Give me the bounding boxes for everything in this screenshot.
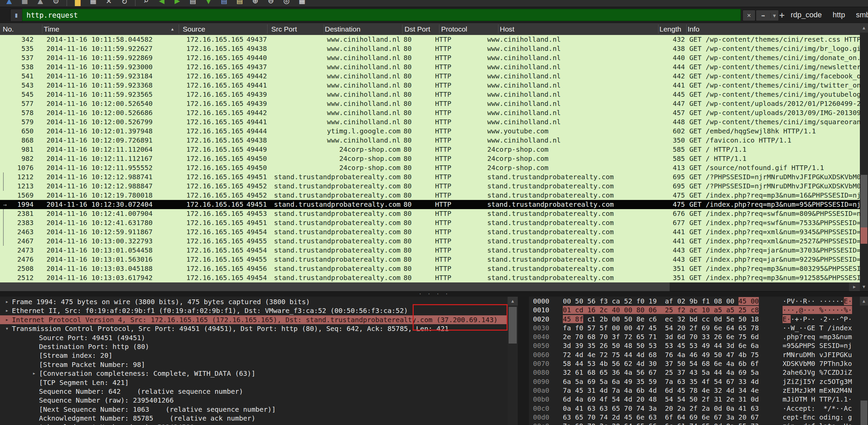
- packet-list-hscroll-thumb[interactable]: [0, 282, 670, 291]
- packet-list-vscroll-thumb[interactable]: [861, 175, 867, 227]
- hex-row[interactable]: 00b0 6d 4a 69 4f 54 4d 20 48 54 54 50 2f…: [529, 395, 860, 404]
- packet-row[interactable]: 1569 2014-11-16 10:12:19.780018 172.16.1…: [0, 191, 860, 200]
- ascii-bytes[interactable]: .php?req =mp3&num: [783, 332, 852, 341]
- column-separator[interactable]: [658, 24, 658, 34]
- column-separator[interactable]: [686, 24, 687, 34]
- hex-bytes[interactable]: 2e 70 68 70 3f 72 65 71 3d 6d 70 33 26 6…: [563, 332, 759, 341]
- packet-row[interactable]: 342 2014-11-16 10:11:58.044582 172.16.16…: [0, 35, 860, 44]
- packet-row[interactable]: 577 2014-11-16 10:12:00.526540 172.16.16…: [0, 99, 860, 108]
- hex-bytes[interactable]: 6d 4a 69 4f 54 4d 20 48 54 54 50 2f 31 2…: [563, 395, 759, 404]
- scroll-up-icon[interactable]: ▲: [508, 297, 518, 306]
- hex-row[interactable]: 0040 2e 70 68 70 3f 72 65 71 3d 6d 70 33…: [529, 332, 860, 341]
- column-header-no[interactable]: No.: [3, 23, 14, 35]
- column-header-destination[interactable]: Destination: [325, 23, 360, 35]
- packet-row[interactable]: 2476 2014-11-16 10:13:01.563016 172.16.1…: [0, 255, 860, 264]
- details-vscrollbar[interactable]: ▲: [508, 297, 518, 425]
- scroll-right-icon[interactable]: ▶: [849, 282, 860, 291]
- column-separator[interactable]: [402, 24, 402, 34]
- column-header-src-port[interactable]: Src Port: [271, 23, 297, 35]
- capture-options-icon[interactable]: ⚙: [51, 0, 61, 6]
- ascii-bytes[interactable]: E··+·P·· ·2···^P·: [783, 315, 852, 324]
- ascii-bytes[interactable]: zip, def late··Us: [783, 422, 852, 425]
- scroll-up-icon[interactable]: ▲: [860, 297, 868, 306]
- hex-bytes[interactable]: fa f0 57 5f 00 00 47 45 54 20 2f 69 6e 6…: [563, 324, 759, 332]
- reload-file-icon[interactable]: ↻: [119, 0, 130, 6]
- zoom-out-icon[interactable]: ⊖: [266, 0, 276, 6]
- filter-add-button[interactable]: +: [779, 9, 785, 21]
- packet-row[interactable]: 1076 2014-11-16 10:12:11.955552 172.16.1…: [0, 163, 860, 172]
- expander-icon[interactable]: ▸: [2, 306, 12, 315]
- expander-icon[interactable]: ▾: [2, 324, 12, 333]
- filter-apply-button[interactable]: ➡: [756, 12, 770, 19]
- packet-row[interactable]: 2383 2014-11-16 10:12:41.631780 172.16.1…: [0, 218, 860, 227]
- column-header-host[interactable]: Host: [500, 23, 514, 35]
- filter-shortcut-smb[interactable]: smb: [856, 11, 868, 19]
- column-separator[interactable]: [179, 24, 179, 34]
- resize-columns-icon[interactable]: ▦: [297, 0, 307, 6]
- detail-line[interactable]: ▸ [Conversation completeness: Complete, …: [0, 369, 508, 378]
- hex-bytes[interactable]: 0a 41 63 63 65 70 74 3a 20 2a 2f 2a 0d 0…: [563, 404, 759, 413]
- hex-bytes[interactable]: 72 4d 4e 72 75 44 4d 68 76 4a 46 49 50 4…: [563, 350, 759, 359]
- filter-dropdown-icon[interactable]: ▼: [770, 13, 778, 18]
- packet-row[interactable]: 2473 2014-11-16 10:13:01.054458 172.16.1…: [0, 246, 860, 255]
- packet-row[interactable]: 2463 2014-11-16 10:12:59.911867 172.16.1…: [0, 227, 860, 237]
- hex-row[interactable]: 0090 6a 5a 69 5a 6a 49 35 59 7a 63 35 4f…: [529, 377, 860, 386]
- detail-line[interactable]: Sequence Number (raw): 2395401266: [0, 396, 508, 405]
- packet-row[interactable]: 2381 2014-11-16 10:12:41.007904 172.16.1…: [0, 209, 860, 218]
- hex-row[interactable]: 0030 fa f0 57 5f 00 00 47 45 54 20 2f 69…: [529, 324, 860, 332]
- hex-row[interactable]: 0020 45 8f c1 2b 00 50 8e c6 ec 32 bd cc…: [529, 315, 860, 324]
- packet-row[interactable]: 1212 2014-11-16 10:12:12.988741 172.16.1…: [0, 172, 860, 182]
- packet-row[interactable]: 868 2014-11-16 10:12:09.726891 172.16.16…: [0, 136, 860, 145]
- hex-row[interactable]: 0080 32 61 68 65 36 4a 56 67 25 37 43 5a…: [529, 368, 860, 377]
- hex-row[interactable]: 0050 3d 39 35 26 50 48 50 53 53 45 53 49…: [529, 341, 860, 350]
- packet-row[interactable]: 537 2014-11-16 10:11:59.922869 172.16.16…: [0, 53, 860, 62]
- hex-bytes[interactable]: 00 50 56 f3 ca 52 f0 19 af 02 9b f1 08 0…: [563, 297, 759, 306]
- detail-line[interactable]: [TCP Segment Len: 421]: [0, 378, 508, 387]
- hex-bytes[interactable]: 7a 45 31 4d 7a 4a 6b 4d 6d 45 78 4e 32 4…: [563, 386, 759, 395]
- hex-bytes[interactable]: 6a 5a 69 5a 6a 49 35 59 7a 63 35 4f 54 6…: [563, 377, 759, 386]
- column-separator[interactable]: [439, 24, 439, 34]
- ascii-bytes[interactable]: XDSKVbM0 7PThnJko: [783, 359, 852, 368]
- stop-capture-icon[interactable]: ■: [20, 0, 30, 6]
- column-header-source[interactable]: Source: [183, 23, 205, 35]
- expander-icon[interactable]: [29, 333, 39, 342]
- packet-row[interactable]: 545 2014-11-16 10:11:59.923565 172.16.16…: [0, 90, 860, 99]
- column-separator[interactable]: [42, 24, 42, 34]
- open-file-icon[interactable]: ▆: [73, 0, 83, 6]
- column-header-time[interactable]: Time: [44, 23, 59, 35]
- scroll-down-icon[interactable]: ▼: [860, 282, 868, 291]
- hex-bytes[interactable]: 3d 39 35 26 50 48 50 53 53 45 53 49 44 3…: [563, 341, 759, 350]
- hex-bytes[interactable]: 7a 69 70 2c 20 64 65 66 6c 61 74 65 0d 0…: [563, 422, 759, 425]
- filter-shortcut-http[interactable]: http: [833, 11, 845, 19]
- save-file-icon[interactable]: ▦: [88, 0, 98, 6]
- hex-bytes[interactable]: 63 65 70 74 2d 45 6e 63 6f 64 69 6e 67 3…: [563, 413, 759, 422]
- hex-row[interactable]: 0000 00 50 56 f3 ca 52 f0 19 af 02 9b f1…: [529, 297, 860, 306]
- expander-icon[interactable]: [29, 414, 39, 423]
- ascii-bytes[interactable]: jZiZjI5Y zc5OTg3M: [783, 377, 852, 386]
- packet-list-vscrollbar[interactable]: ▲: [860, 23, 868, 282]
- next-packet-icon[interactable]: ▶: [172, 0, 182, 6]
- packet-row[interactable]: 538 2014-11-16 10:11:59.923000 172.16.16…: [0, 62, 860, 72]
- packet-row[interactable]: → 1994 2014-11-16 10:12:30.072404 172.16…: [0, 200, 860, 209]
- packet-row[interactable]: 2467 2014-11-16 10:13:00.322793 172.16.1…: [0, 237, 860, 246]
- column-header-info[interactable]: Info: [688, 23, 699, 35]
- detail-line[interactable]: Sequence Number: 642 (relative sequence …: [0, 387, 508, 396]
- packet-row[interactable]: 535 2014-11-16 10:11:59.922627 172.16.16…: [0, 44, 860, 53]
- packet-row[interactable]: 543 2014-11-16 10:11:59.923368 172.16.16…: [0, 81, 860, 90]
- detail-line[interactable]: Source Port: 49451 (49451): [0, 333, 508, 342]
- hex-row[interactable]: 0070 58 44 53 4b 56 62 4d 30 37 50 54 68…: [529, 359, 860, 368]
- packet-row[interactable]: 1213 2014-11-16 10:12:12.988847 172.16.1…: [0, 182, 860, 191]
- goto-packet-icon[interactable]: ▤: [188, 0, 198, 6]
- ascii-bytes[interactable]: rMNruDMh vJFIPGKu: [783, 350, 852, 359]
- hex-row[interactable]: 00e0 7a 69 70 2c 20 64 65 66 6c 61 74 65…: [529, 422, 860, 425]
- packet-list-hscrollbar[interactable]: ▶: [0, 282, 860, 291]
- restart-capture-icon[interactable]: ▲: [35, 0, 45, 6]
- column-header-dst-port[interactable]: Dst Port: [405, 23, 430, 35]
- goto-bottom-icon[interactable]: ▼: [203, 0, 214, 6]
- detail-line[interactable]: Acknowledgment Number (raw): 512434580: [0, 423, 508, 425]
- expander-icon[interactable]: [29, 342, 39, 351]
- scroll-up-icon[interactable]: ▲: [860, 23, 868, 33]
- filter-bookmark-icon[interactable]: ▮: [10, 9, 22, 22]
- find-packet-icon[interactable]: ⌕: [141, 0, 151, 6]
- ascii-bytes[interactable]: ·Accept: */*··Ac: [783, 404, 852, 413]
